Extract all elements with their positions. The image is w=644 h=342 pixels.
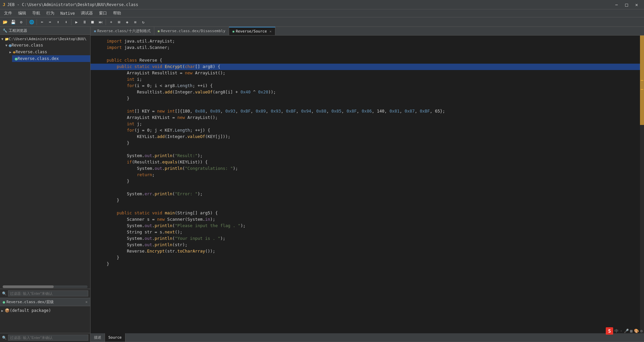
tab-disassembly[interactable]: ◼ Reverse.class.dex/Disassembly xyxy=(154,27,229,35)
tab-source-close[interactable]: ✕ xyxy=(270,29,272,33)
code-line-32: System.out.println("Your input is . "); xyxy=(91,235,644,242)
sougou-grid-icon[interactable]: ▦ xyxy=(630,329,633,333)
toolbar-save[interactable]: 💾 xyxy=(9,18,17,26)
filter-bar-1: 🔍 xyxy=(0,289,90,298)
tab-source[interactable]: ◼ Reverse/Source ✕ xyxy=(229,27,275,35)
filter-icon-2: 🔍 xyxy=(2,336,7,340)
menu-navigate[interactable]: 导航 xyxy=(30,10,43,17)
toolbar-action3[interactable]: ⏹ xyxy=(89,18,96,26)
main-layout: 🔧 工程浏览器 ▼ 📁 C:\Users\Administrator\Deskt… xyxy=(0,27,644,342)
toolbar-back[interactable]: 🌐 xyxy=(28,18,35,26)
project-tree: ▼ 📁 C:\Users\Administrator\Desktop\BUU\ … xyxy=(0,35,90,285)
toolbar-extra5[interactable]: ↻ xyxy=(140,18,147,26)
menu-native[interactable]: Native xyxy=(58,10,77,16)
tree-label-2: Reverse.class xyxy=(15,50,47,54)
code-line-35: } xyxy=(91,255,644,261)
toolbar-nav3[interactable]: ⬆ xyxy=(54,18,62,26)
kw: import xyxy=(107,39,122,44)
filter-input-1[interactable] xyxy=(8,290,88,296)
tab-dis-label: Reverse.class.dex/Disassembly xyxy=(161,29,225,33)
code-line-28: public static void main(String[] arg5) { xyxy=(91,210,644,216)
tab-hex[interactable]: ◼ Reverse.class/十六进制格式 xyxy=(91,27,154,35)
code-line-9: Resultlist.add(Integer.valueOf(arg8[i] +… xyxy=(91,89,644,95)
code-line-33: System.out.println(str); xyxy=(91,242,644,248)
menubar: 文件 编辑 导航 行为 Native 调试器 窗口 帮助 xyxy=(0,9,644,17)
toolbar-sep2 xyxy=(37,19,37,25)
toolbar-extra2[interactable]: ⊞ xyxy=(115,18,123,26)
tree-item-default-pkg[interactable]: ▶ 📦 (default package) xyxy=(0,307,90,314)
toolbar-action1[interactable]: ▶ xyxy=(73,18,80,26)
code-line-18 xyxy=(91,146,644,153)
code-line-25: System.err.println("Error: "); xyxy=(91,191,644,197)
code-area[interactable]: import java.util.ArrayList; import java.… xyxy=(91,36,644,333)
code-line-20: if(Resultlist.equals(KEYList)) { xyxy=(91,159,644,165)
h-scrollbar[interactable] xyxy=(3,285,88,288)
toolbar-action4[interactable]: ⏭ xyxy=(97,18,104,26)
line-num-2 xyxy=(93,45,107,51)
left-panel: 🔧 工程浏览器 ▼ 📁 C:\Users\Administrator\Deskt… xyxy=(0,27,91,342)
tree-label-3: Reverse.class.dex xyxy=(17,56,59,61)
subtab-source[interactable]: Source xyxy=(105,333,125,342)
filter-input-2[interactable] xyxy=(8,335,88,341)
code-line-1: import java.util.ArrayList; xyxy=(91,38,644,45)
sougou-mic-icon[interactable]: 🎤 xyxy=(624,329,629,333)
tree-item-reverse-class-2[interactable]: ▶ ◈ Reverse.class xyxy=(8,49,90,55)
tree-icon-blue-dot: ● xyxy=(9,43,11,48)
toolbar-nav1[interactable]: ⬅ xyxy=(38,18,46,26)
close-button[interactable]: ✕ xyxy=(632,0,641,9)
sougou-s-icon[interactable]: S xyxy=(606,327,613,335)
menu-window[interactable]: 窗口 xyxy=(96,10,110,17)
menu-help[interactable]: 帮助 xyxy=(110,10,124,17)
main-tab-bar: ◼ Reverse.class/十六进制格式 ◼ Reverse.class.d… xyxy=(91,27,644,36)
filter-bar-2: 🔍 xyxy=(0,333,90,342)
project-browser-title: 工程浏览器 xyxy=(9,28,27,33)
h-scrollbar-thumb[interactable] xyxy=(3,285,54,288)
tree-label-1: Reverse.class xyxy=(11,43,43,48)
code-line-31: String str = s.next(); xyxy=(91,229,644,235)
tree-item-reverse-class-1[interactable]: ▼ ● Reverse.class xyxy=(4,42,90,49)
titlebar-left: J JEB - C:\Users\Administrator\Desktop\B… xyxy=(3,2,138,7)
sougou-dot[interactable]: · xyxy=(620,329,622,333)
code-line-34: Reverse.Encrypt(str.toCharArray()); xyxy=(91,248,644,255)
sougou-color-icon[interactable]: 🎨 xyxy=(634,329,639,333)
toolbar-3[interactable]: ⚙ xyxy=(17,18,25,26)
tab-hex-icon: ◼ xyxy=(94,29,96,33)
toolbar-action2[interactable]: ⏸ xyxy=(81,18,88,26)
code-line-8: for(i = 0; i < arg8.Length; ++i) { xyxy=(91,83,644,89)
toolbar-extra1[interactable]: ⌖ xyxy=(107,18,115,26)
sougou-settings-icon[interactable]: ⚙ xyxy=(640,329,643,333)
code-line-14: int j; xyxy=(91,121,644,127)
sougou-bar: S 中 · 🎤 ▦ 🎨 ⚙ xyxy=(606,327,643,335)
line-num-1 xyxy=(93,38,107,45)
tab-src-label: Reverse/Source xyxy=(236,29,267,33)
code-line-7: int i; xyxy=(91,76,644,83)
menu-edit[interactable]: 编辑 xyxy=(15,10,29,17)
code-line-36: } xyxy=(91,261,644,267)
tree-root-label: C:\Users\Administrator\Desktop\BUU\ xyxy=(9,37,87,41)
sub-tab-bar: 描述 Source xyxy=(91,333,644,342)
hierarchy-title: Reverse.class.dex/层级 xyxy=(6,299,54,304)
code-line-15: for(j = 0; j < KEY.Length; ++j) { xyxy=(91,127,644,134)
menu-action[interactable]: 行为 xyxy=(44,10,57,17)
arrow-down-icon: ▼ xyxy=(1,37,3,41)
menu-file[interactable]: 文件 xyxy=(1,10,15,17)
restore-button[interactable]: □ xyxy=(622,0,631,9)
sougou-item-zh[interactable]: 中 xyxy=(614,328,619,334)
tree-icon-green-dot: ● xyxy=(15,56,17,61)
tree-item-root[interactable]: ▼ 📁 C:\Users\Administrator\Desktop\BUU\ xyxy=(0,36,90,42)
toolbar-open[interactable]: 📂 xyxy=(1,18,9,26)
subtab-describe[interactable]: 描述 xyxy=(91,333,105,342)
subtab-describe-label: 描述 xyxy=(94,335,101,340)
close-hierarchy-icon[interactable]: ✕ xyxy=(85,300,88,304)
menu-debugger[interactable]: 调试器 xyxy=(78,10,96,17)
toolbar-nav2[interactable]: ➡ xyxy=(46,18,54,26)
tree-item-reverse-dex[interactable]: ● Reverse.class.dex xyxy=(12,55,90,62)
toolbar-extra3[interactable]: ◈ xyxy=(123,18,131,26)
minimize-button[interactable]: − xyxy=(612,0,621,9)
project-icon: 🔧 xyxy=(3,28,7,33)
code-line-12: int[] KEY = new int[]{180, 0x88, 0x89, 0… xyxy=(91,108,644,115)
toolbar-extra4[interactable]: ≡ xyxy=(131,18,139,26)
toolbar-nav4[interactable]: ⬇ xyxy=(62,18,70,26)
right-scrollbar[interactable] xyxy=(640,36,644,333)
code-line-13: ArrayList KEYList = new ArrayList(); xyxy=(91,115,644,121)
